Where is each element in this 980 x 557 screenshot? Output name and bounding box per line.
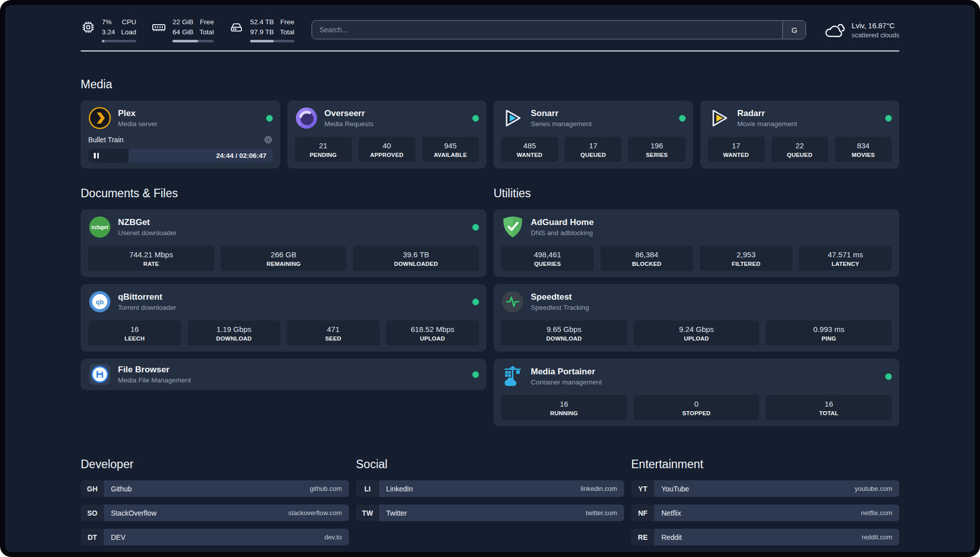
ram-metric: 22 GiB 64 GiB Free Total xyxy=(151,17,214,42)
pause-icon[interactable] xyxy=(94,153,99,158)
link-netflix[interactable]: NF Netflixnetflix.com xyxy=(631,505,899,521)
now-playing-row: Bullet Train xyxy=(88,135,273,144)
filebrowser-icon xyxy=(88,363,111,386)
cpu-metric: 7% 3.24 CPU Load xyxy=(81,17,136,42)
playback-progress-bar[interactable]: 24:44 / 02:06:47 xyxy=(88,149,273,162)
stat-box: 40APPROVED xyxy=(358,137,415,162)
link-github[interactable]: GH Githubgithub.com xyxy=(81,480,349,497)
card-adguard[interactable]: AdGuard Home DNS and adblocking 498,461Q… xyxy=(494,209,899,277)
stat-box: 16LEECH xyxy=(88,320,181,346)
weather-condition: scattered clouds xyxy=(851,31,899,39)
link-name: Github xyxy=(111,485,132,493)
section-title-media: Media xyxy=(81,78,899,91)
ram-free: 22 GiB xyxy=(172,17,193,27)
search-input[interactable] xyxy=(312,21,783,39)
card-portainer[interactable]: Media Portainer Container management 16R… xyxy=(494,359,899,426)
app-title: Radarr xyxy=(738,108,798,119)
cpu-progress-track xyxy=(102,40,136,42)
disk-free: 52.4 TB xyxy=(250,17,274,27)
disk-progress-track xyxy=(250,40,294,42)
cloud-icon xyxy=(823,21,845,39)
card-plex[interactable]: Plex Media server Bullet Train 24:44 / 0… xyxy=(81,100,280,169)
link-url: linkedin.com xyxy=(581,485,617,492)
link-twitter[interactable]: TW Twittertwitter.com xyxy=(356,505,624,521)
plex-icon xyxy=(88,106,111,130)
ram-progress-fill xyxy=(172,40,198,42)
search-provider-button[interactable]: G xyxy=(782,21,806,39)
cpu-icon xyxy=(81,20,96,35)
link-reddit[interactable]: RE Redditreddit.com xyxy=(631,529,899,545)
stat-box: 2,953FILTERED xyxy=(700,246,792,271)
ram-total: 64 GiB xyxy=(172,27,193,37)
stat-box: 0.993 msPING xyxy=(766,320,892,346)
disk-total: 97.9 TB xyxy=(250,27,274,37)
stat-box: 498,461QUERIES xyxy=(501,246,594,271)
nzbget-icon: nzbget xyxy=(88,215,111,239)
link-linkedin[interactable]: LI LinkedInlinkedin.com xyxy=(356,480,624,497)
disk-progress-fill xyxy=(250,40,273,42)
section-title-documents: Documents & Files xyxy=(81,187,486,200)
app-title: Sonarr xyxy=(531,108,592,119)
stat-box: 485WANTED xyxy=(501,137,558,162)
link-stackoverflow[interactable]: SO StackOverflowstackoverflow.com xyxy=(81,505,349,521)
app-subtitle: Usenet downloader xyxy=(118,229,176,237)
link-abbr: TW xyxy=(356,505,379,521)
app-window: 7% 3.24 CPU Load 22 GiB 64 GiB xyxy=(0,0,980,557)
section-title-entertainment: Entertainment xyxy=(631,458,899,471)
link-youtube[interactable]: YT YouTubeyoutube.com xyxy=(631,480,899,497)
link-dev-to[interactable]: DT DEVdev.to xyxy=(81,529,349,545)
dashboard: 7% 3.24 CPU Load 22 GiB 64 GiB xyxy=(5,5,975,552)
utilities-column: Utilities AdGuard Home DNS and adblockin… xyxy=(494,187,899,426)
card-qbittorrent[interactable]: qb qBittorrent Torrent downloader 16LEEC… xyxy=(81,284,486,352)
link-url: dev.to xyxy=(325,533,342,541)
card-overseerr[interactable]: Overseerr Media Requests 21PENDING 40APP… xyxy=(287,100,487,169)
overseerr-icon xyxy=(295,106,318,130)
link-abbr: GH xyxy=(81,480,104,497)
app-subtitle: Movie management xyxy=(738,120,798,128)
stat-box: 744.21 MbpsRATE xyxy=(88,246,214,271)
link-name: Netflix xyxy=(661,509,681,517)
link-abbr: RE xyxy=(631,529,654,545)
app-title: qBittorrent xyxy=(118,292,176,302)
speedtest-icon xyxy=(501,290,524,313)
disk-free-label: Free xyxy=(280,17,294,27)
card-filebrowser[interactable]: File Browser Media File Management xyxy=(81,359,486,390)
card-radarr[interactable]: Radarr Movie management 17WANTED 22QUEUE… xyxy=(700,100,900,169)
card-nzbget[interactable]: nzbget NZBGet Usenet downloader 744.21 M… xyxy=(81,209,486,277)
app-title: Overseerr xyxy=(325,108,374,119)
stat-box: 471SEED xyxy=(287,320,380,346)
app-subtitle: Media File Management xyxy=(118,376,191,384)
card-speedtest[interactable]: Speedtest Speedtest Tracking 9.65 GbpsDO… xyxy=(494,284,899,352)
status-dot xyxy=(885,373,892,380)
stat-box: 1.19 GbpsDOWNLOAD xyxy=(188,320,280,346)
session-settings-icon[interactable] xyxy=(264,135,273,144)
stat-box: 266 GBREMAINING xyxy=(221,246,347,271)
cpu-usage: 7% xyxy=(102,17,115,27)
link-name: Twitter xyxy=(386,509,407,517)
status-dot xyxy=(472,115,479,122)
app-subtitle: Torrent downloader xyxy=(118,304,176,311)
app-title: AdGuard Home xyxy=(531,217,594,228)
stat-box: 39.6 TBDOWNLOADED xyxy=(353,246,479,271)
stat-box: 9.65 GbpsDOWNLOAD xyxy=(501,320,627,346)
link-url: reddit.com xyxy=(862,533,892,541)
now-playing-title: Bullet Train xyxy=(88,136,124,144)
radarr-icon xyxy=(708,106,731,130)
link-abbr: NF xyxy=(631,505,654,521)
stat-box: 945AVAILABLE xyxy=(422,137,479,162)
disk-metric: 52.4 TB 97.9 TB Free Total xyxy=(229,17,294,42)
media-grid: Plex Media server Bullet Train 24:44 / 0… xyxy=(81,100,899,169)
svg-text:qb: qb xyxy=(96,298,104,306)
playback-time: 24:44 / 02:06:47 xyxy=(216,152,273,159)
app-title: File Browser xyxy=(118,365,191,375)
status-dot xyxy=(266,115,273,122)
top-bar: 7% 3.24 CPU Load 22 GiB 64 GiB xyxy=(81,17,899,42)
link-abbr: SO xyxy=(81,505,104,521)
link-name: DEV xyxy=(111,533,126,541)
weather-location: Lviv, 16.87°C xyxy=(851,21,899,32)
status-dot xyxy=(472,224,479,231)
social-column: Social LI LinkedInlinkedin.com TW Twitte… xyxy=(356,458,624,529)
qbittorrent-icon: qb xyxy=(88,290,111,313)
card-sonarr[interactable]: Sonarr Series management 485WANTED 17QUE… xyxy=(494,100,693,169)
link-abbr: LI xyxy=(356,480,379,497)
